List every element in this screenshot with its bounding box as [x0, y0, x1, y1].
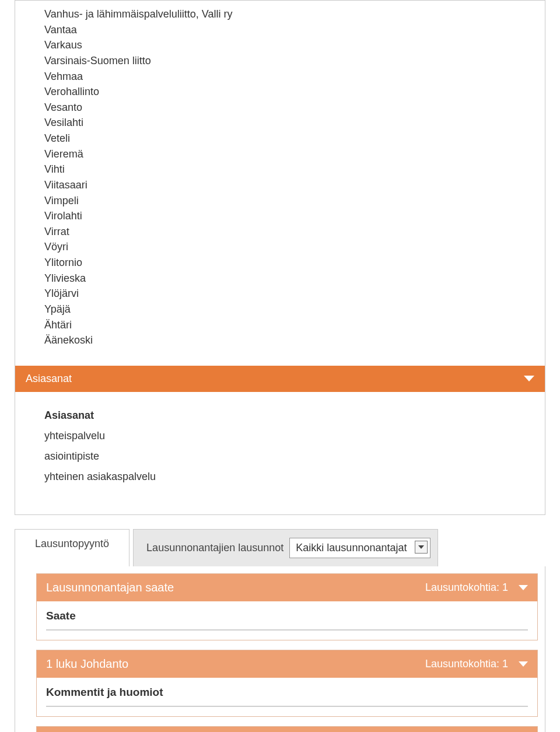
section-title: Lausunnonantajan saate	[46, 581, 174, 594]
list-item: Ylivieska	[44, 271, 516, 286]
list-item: Ylöjärvi	[44, 286, 516, 302]
accordion-header[interactable]: 1 luku JohdantoLausuntokohtia: 1	[37, 650, 537, 678]
section-meta: Lausuntokohtia: 1	[425, 582, 528, 594]
section-body-label: Saate	[46, 610, 528, 628]
asiasanat-panel: Asiasanat yhteispalveluasiointipisteyhte…	[15, 392, 545, 514]
keyword-item: yhteinen asiakaspalvelu	[44, 471, 516, 483]
asiasanat-header-title: Asiasanat	[26, 373, 72, 385]
keyword-item: asiointipiste	[44, 450, 516, 463]
list-item: Vihti	[44, 162, 516, 177]
accordion-section: 2 luku NykytilaLausuntokohtia: 1	[36, 726, 538, 732]
accordion-body: Saate	[37, 601, 537, 640]
main-card: Vanhus- ja lähimmäispalveluliitto, Valli…	[15, 0, 545, 515]
section-count: Lausuntokohtia: 1	[425, 582, 508, 594]
asiasanat-heading: Asiasanat	[44, 409, 516, 422]
list-item: Vesilahti	[44, 115, 516, 131]
list-item: Vesanto	[44, 100, 516, 115]
accordion-section: 1 luku JohdantoLausuntokohtia: 1Kommenti…	[36, 650, 538, 717]
accordion-section: Lausunnonantajan saateLausuntokohtia: 1S…	[36, 573, 538, 640]
tab-label: Lausuntopyyntö	[35, 538, 109, 549]
accordion-header[interactable]: Lausunnonantajan saateLausuntokohtia: 1	[37, 574, 537, 601]
list-item: Vimpeli	[44, 193, 516, 209]
list-item: Vöyri	[44, 239, 516, 255]
chevron-down-icon	[524, 376, 534, 381]
list-item: Ähtäri	[44, 317, 516, 333]
keyword-item: yhteispalvelu	[44, 430, 516, 442]
list-item: Veteli	[44, 131, 516, 146]
tabs-row: Lausuntopyyntö Lausunnonantajien lausunn…	[15, 529, 545, 566]
divider	[46, 706, 528, 707]
dropdown-value: Kaikki lausunnonantajat	[296, 542, 407, 554]
list-item: Vehmaa	[44, 69, 516, 85]
list-item: Vantaa	[44, 22, 516, 38]
section-count: Lausuntokohtia: 1	[425, 658, 508, 670]
municipality-list: Vanhus- ja lähimmäispalveluliitto, Valli…	[15, 1, 545, 366]
list-item: Ypäjä	[44, 302, 516, 317]
section-meta: Lausuntokohtia: 1	[425, 658, 528, 670]
list-item: Äänekoski	[44, 332, 516, 348]
tabs-container: Lausuntopyyntö Lausunnonantajien lausunn…	[15, 529, 545, 732]
accordion-body: Kommentit ja huomiot	[37, 678, 537, 716]
chevron-down-icon	[519, 585, 528, 590]
accordion-header[interactable]: 2 luku NykytilaLausuntokohtia: 1	[37, 727, 537, 732]
sections-container: Lausunnonantajan saateLausuntokohtia: 1S…	[15, 566, 545, 732]
list-item: Virrat	[44, 224, 516, 240]
tab-label: Lausunnonantajien lausunnot	[146, 542, 284, 554]
list-item: Viitasaari	[44, 177, 516, 193]
list-item: Ylitornio	[44, 255, 516, 271]
divider	[46, 629, 528, 631]
chevron-down-icon[interactable]	[415, 541, 428, 554]
list-item: Varkaus	[44, 37, 516, 53]
lausunnonantajat-dropdown[interactable]: Kaikki lausunnonantajat	[289, 538, 430, 558]
list-item: Varsinais-Suomen liitto	[44, 53, 516, 69]
asiasanat-header[interactable]: Asiasanat	[15, 366, 545, 392]
list-item: Vieremä	[44, 146, 516, 162]
chevron-down-icon	[519, 661, 528, 667]
section-title: 1 luku Johdanto	[46, 657, 128, 671]
tab-lausuntopyynto[interactable]: Lausuntopyyntö	[15, 529, 130, 566]
list-item: Verohallinto	[44, 84, 516, 100]
section-body-label: Kommentit ja huomiot	[46, 686, 528, 705]
list-item: Vanhus- ja lähimmäispalveluliitto, Valli…	[44, 6, 516, 22]
tab-lausunnonantajien[interactable]: Lausunnonantajien lausunnot Kaikki lausu…	[133, 529, 438, 566]
list-item: Virolahti	[44, 208, 516, 224]
